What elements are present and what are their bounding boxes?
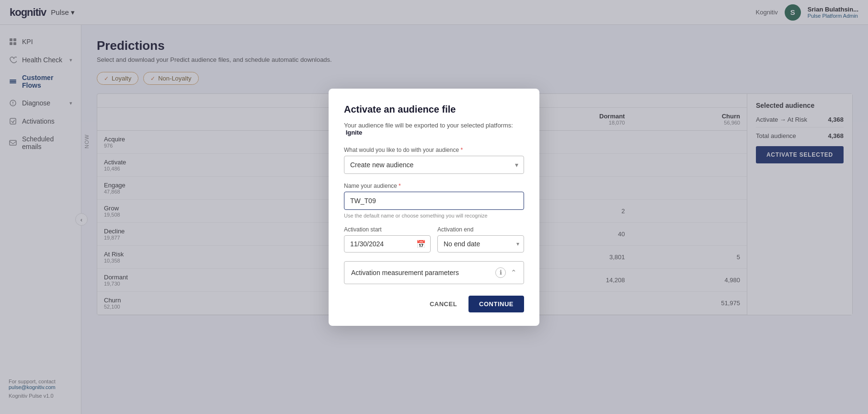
audience-action-label-text: What would you like to do with your audi… [344,147,459,153]
modal-overlay: Activate an audience file Your audience … [0,0,868,414]
params-chevron-icon[interactable]: ⌃ [511,268,517,277]
modal-platform-prefix: Your audience file will be exported to y… [344,122,513,129]
audience-name-label: Name your audience * [344,183,524,189]
activation-end-wrap: No end date Set end date ▾ [437,235,524,253]
modal-title: Activate an audience file [344,104,524,115]
modal-platform-text: Your audience file will be exported to y… [344,122,524,136]
activate-modal: Activate an audience file Your audience … [329,89,539,326]
cancel-button[interactable]: CANCEL [423,296,464,312]
activation-end-select[interactable]: No end date Set end date [437,235,524,253]
params-section: Activation measurement parameters ℹ ⌃ [344,261,524,284]
required-marker: * [460,147,463,153]
required-marker-2: * [399,183,401,189]
audience-name-label-text: Name your audience [344,183,397,189]
calendar-icon: 📅 [416,239,426,248]
audience-action-select-wrap: Create new audience Update existing audi… [344,156,524,174]
audience-action-label: What would you like to do with your audi… [344,147,524,153]
activation-end-label: Activation end [437,226,524,233]
activation-start-label: Activation start [344,226,431,233]
activation-start-group: Activation start 📅 [344,226,431,253]
params-label: Activation measurement parameters [351,269,459,276]
modal-dates: Activation start 📅 Activation end No end… [344,226,524,253]
activation-start-wrap: 📅 [344,235,431,253]
audience-name-input-wrap [344,192,524,210]
audience-action-select[interactable]: Create new audience Update existing audi… [344,156,524,174]
params-icons: ℹ ⌃ [495,267,517,278]
continue-button[interactable]: CONTINUE [468,296,524,312]
modal-platform-name: Ignite [346,129,363,136]
audience-name-hint: Use the default name or choose something… [344,213,524,218]
modal-actions: CANCEL CONTINUE [344,296,524,312]
activation-end-group: Activation end No end date Set end date … [437,226,524,253]
info-icon[interactable]: ℹ [495,267,506,278]
audience-name-input[interactable] [344,192,524,210]
